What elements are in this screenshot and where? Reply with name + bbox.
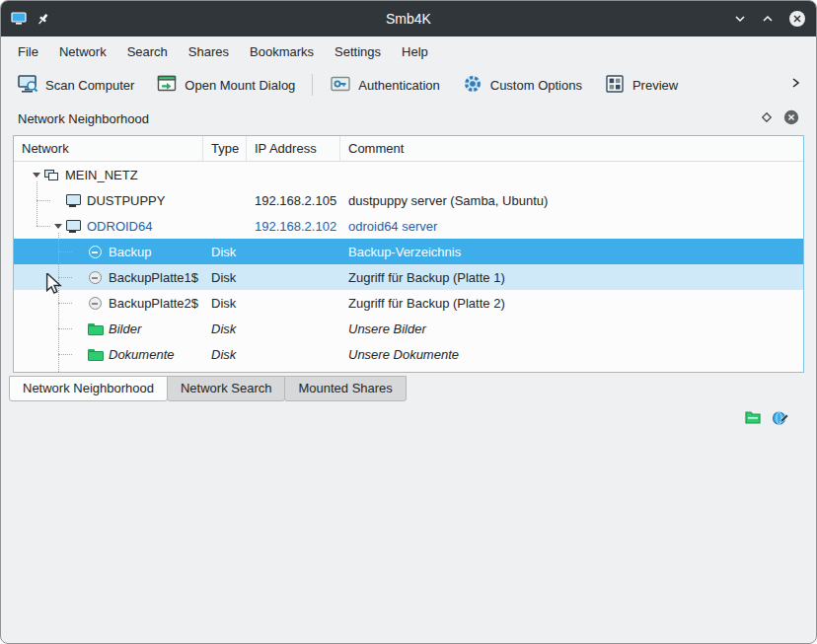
preview-icon (604, 73, 626, 98)
preview-button[interactable]: Preview (596, 69, 686, 102)
column-header-comment[interactable]: Comment (340, 136, 803, 161)
bottom-tabbar: Network Neighborhood Network Search Moun… (9, 376, 816, 401)
type-cell: Disk (203, 322, 247, 336)
network-cell: Bilder (14, 321, 203, 336)
item-name: DUSTPUPPY (87, 193, 165, 208)
tree-row-backup[interactable]: Backup Disk Backup-Verzeichnis (14, 239, 803, 264)
comment-cell: Backup-Verzeichnis (340, 245, 803, 259)
open-mount-dialog-button[interactable]: Open Mount Dialog (148, 69, 303, 102)
menu-help[interactable]: Help (393, 40, 437, 63)
tab-mounted-shares[interactable]: Mounted Shares (284, 376, 406, 401)
tab-network-search[interactable]: Network Search (167, 376, 285, 401)
tree-row-dustpuppy[interactable]: DUSTPUPPY 192.168.2.105 dustpuppy server… (14, 187, 803, 213)
tab-network-neighborhood[interactable]: Network Neighborhood (9, 376, 168, 401)
menu-network[interactable]: Network (50, 40, 115, 63)
smb4k-window: Smb4K File Network Search Shares Bookmar… (0, 0, 817, 644)
menubar: File Network Search Shares Bookmarks Set… (1, 36, 816, 66)
preview-label: Preview (632, 78, 678, 93)
scan-computer-icon (17, 73, 38, 98)
toolbar-separator (312, 74, 313, 96)
expand-arrow-icon[interactable] (51, 220, 65, 233)
dock-header: Network Neighborhood (1, 104, 816, 133)
tree-guide-line (58, 233, 59, 372)
expand-arrow-icon[interactable] (30, 169, 43, 181)
mount-dialog-icon (156, 73, 178, 98)
comment-cell: odroid64 server (340, 219, 803, 234)
tree-row-odroid64[interactable]: ODROID64 192.168.2.102 odroid64 server (14, 213, 803, 239)
toolbar: Scan Computer Open Mount Dialog Authenti… (1, 66, 816, 104)
tree-row-hoerbuecher[interactable]: Hoerbuecher Disk Alexanders Hörbüchersam… (14, 367, 803, 372)
type-cell: Disk (203, 245, 247, 259)
network-cell: DUSTPUPPY (14, 192, 203, 208)
authentication-label: Authentication (358, 78, 439, 93)
authentication-icon (330, 73, 351, 98)
float-dock-icon[interactable] (761, 111, 773, 126)
menu-settings[interactable]: Settings (326, 40, 390, 63)
authentication-button[interactable]: Authentication (322, 69, 447, 102)
dock-header-buttons (761, 109, 799, 128)
host-icon (65, 218, 81, 234)
ip-address-cell: 192.168.2.105 (247, 193, 340, 208)
open-mount-dialog-label: Open Mount Dialog (185, 78, 295, 93)
type-cell: Disk (203, 270, 247, 285)
share-icon (87, 269, 103, 285)
share-mounted-icon (87, 346, 103, 362)
menu-search[interactable]: Search (118, 40, 177, 63)
menu-bookmarks[interactable]: Bookmarks (241, 40, 323, 63)
titlebar-left (11, 11, 119, 27)
titlebar: Smb4K (1, 1, 816, 36)
custom-options-button[interactable]: Custom Options (454, 69, 590, 102)
scan-computer-button[interactable]: Scan Computer (9, 69, 142, 102)
network-cell: BackupPlatte2$ (14, 295, 203, 311)
type-cell: Disk (203, 347, 247, 362)
tree-row-dokumente[interactable]: Dokumente Disk Unsere Dokumente (14, 341, 803, 367)
menu-file[interactable]: File (9, 40, 47, 63)
minimize-button[interactable] (733, 12, 747, 26)
chevron-right-icon (788, 76, 802, 93)
pin-icon[interactable] (36, 12, 50, 27)
comment-cell: Unsere Bilder (340, 322, 803, 336)
item-name: Backup (109, 245, 151, 259)
column-header-type[interactable]: Type (203, 136, 247, 161)
window-controls (698, 10, 806, 28)
toolbar-overflow-button[interactable] (782, 72, 808, 98)
maximize-button[interactable] (761, 12, 775, 26)
comment-cell: Unsere Dokumente (340, 347, 803, 362)
network-cell: ODROID64 (14, 218, 203, 234)
ip-address-cell: 192.168.2.102 (247, 219, 340, 234)
comment-cell: Zugriff für Backup (Platte 2) (340, 296, 803, 311)
item-name: BackupPlatte1$ (109, 270, 198, 285)
tree-row-backupplatte2[interactable]: BackupPlatte2$ Disk Zugriff für Backup (… (14, 290, 803, 316)
item-name: Dokumente (109, 347, 174, 362)
close-button[interactable] (788, 10, 806, 28)
app-icon (11, 11, 27, 27)
statusbar (1, 401, 816, 644)
tree-row-list: MEIN_NETZ DUSTPUPPY (14, 162, 803, 372)
comment-cell: dustpuppy server (Samba, Ubuntu) (340, 193, 803, 208)
tree-rows: MEIN_NETZ DUSTPUPPY (14, 162, 803, 372)
network-cell: MEIN_NETZ (14, 167, 203, 182)
network-neighborhood-panel: Network Type IP Address Comment MEIN_NET… (13, 135, 804, 373)
close-dock-icon[interactable] (783, 109, 799, 128)
mouse-cursor (45, 273, 64, 295)
comment-cell: Zugriff für Backup (Platte 1) (340, 270, 803, 285)
host-icon (65, 192, 81, 208)
custom-options-label: Custom Options (490, 78, 582, 93)
network-cell: BackupPlatte1$ (14, 269, 203, 285)
tab-label: Mounted Shares (298, 381, 392, 395)
tree-row-mein-netz[interactable]: MEIN_NETZ (14, 162, 803, 187)
menu-shares[interactable]: Shares (180, 40, 238, 63)
network-status-icon (772, 408, 789, 426)
share-icon (87, 295, 103, 311)
network-cell: Backup (14, 244, 203, 259)
type-cell: Disk (203, 296, 247, 311)
tab-label: Network Search (181, 381, 271, 395)
column-header-ip-address[interactable]: IP Address (247, 136, 340, 161)
tree-row-backupplatte1[interactable]: BackupPlatte1$ Disk Zugriff für Backup (… (14, 264, 803, 290)
tree-row-bilder[interactable]: Bilder Disk Unsere Bilder (14, 316, 803, 341)
mounted-share-status-icon (744, 408, 762, 426)
column-header-network[interactable]: Network (14, 136, 203, 161)
item-name: ODROID64 (87, 219, 152, 234)
dock-title: Network Neighborhood (18, 111, 149, 126)
tree-header: Network Type IP Address Comment (14, 136, 803, 162)
